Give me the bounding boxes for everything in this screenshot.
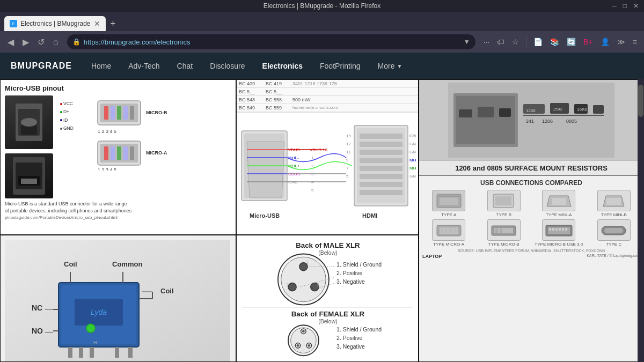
svg-text:MHL+: MHL+ <box>288 164 300 168</box>
scrollbar[interactable] <box>638 79 644 362</box>
menu-button[interactable]: ≡ <box>630 35 640 48</box>
svg-text:2: 2 <box>286 282 289 287</box>
home-button[interactable]: ⌂ <box>50 35 62 49</box>
svg-text:1206: 1206 <box>526 108 536 113</box>
svg-text:(Below): (Below) <box>318 250 337 256</box>
nav-chat[interactable]: Chat <box>169 54 202 78</box>
new-tab-button[interactable]: + <box>106 16 121 31</box>
back-button[interactable]: ◀ <box>4 35 17 49</box>
svg-rect-94 <box>606 198 621 205</box>
smd-title: 1206 and 0805 SURFACE MOUNT RESISTORS <box>455 164 608 172</box>
forward-button[interactable]: ▶ <box>19 35 32 49</box>
svg-text:11: 11 <box>346 150 351 154</box>
svg-rect-111 <box>562 228 564 231</box>
svg-rect-19 <box>104 146 108 160</box>
pin-dplus: D+ <box>63 108 69 116</box>
svg-text:10R0: 10R0 <box>577 107 588 112</box>
svg-rect-54 <box>360 190 402 195</box>
bc-table-header: BC 409BC 4193401 1216 1736 178 <box>237 80 418 88</box>
svg-rect-90 <box>495 196 511 205</box>
site-logo[interactable]: BMUPGRADE <box>11 61 72 71</box>
svg-rect-112 <box>565 228 567 231</box>
synced-tabs-button[interactable]: 🔄 <box>564 35 579 48</box>
svg-text:MHL+: MHL+ <box>409 166 416 171</box>
browser-tab-active[interactable]: E Electronics | BMupgrade ✕ <box>4 16 106 31</box>
nav-more[interactable]: More ▼ <box>369 54 411 78</box>
svg-text:MHL-: MHL- <box>409 158 416 162</box>
svg-text:241: 241 <box>526 119 534 124</box>
nav-footprinting[interactable]: FootPrinting <box>311 54 369 78</box>
nav-disclosure[interactable]: Disclosure <box>201 54 253 78</box>
svg-rect-73 <box>478 107 494 117</box>
svg-text:NO: NO <box>32 327 43 335</box>
svg-text:17: 17 <box>346 142 351 146</box>
svg-point-120 <box>86 324 95 333</box>
browser-toolbar: ◀ ▶ ↺ ⌂ 🔒 https://bmupgrade.com/electron… <box>0 31 644 53</box>
scrollbar-thumb[interactable] <box>638 85 643 117</box>
svg-point-3 <box>21 118 37 127</box>
svg-text:(Below): (Below) <box>318 319 337 324</box>
nav-home[interactable]: Home <box>83 54 120 78</box>
nav-adv-tech[interactable]: Adv-Tech <box>120 54 168 78</box>
svg-text:GND: GND <box>409 142 416 146</box>
svg-rect-103 <box>495 228 498 233</box>
profile-button[interactable]: 👤 <box>598 35 612 48</box>
close-button[interactable]: ✕ <box>633 2 639 10</box>
tab-title: Electronics | BMupgrade <box>20 20 91 27</box>
svg-rect-97 <box>441 228 443 233</box>
more-dropdown-icon: ▼ <box>397 63 402 69</box>
svg-text:MHL-: MHL- <box>288 156 299 160</box>
site-navigation: BMUPGRADE Home Adv-Tech Chat Disclosure … <box>0 53 644 79</box>
svg-text:0805: 0805 <box>566 119 577 124</box>
svg-text:H: H <box>93 340 97 345</box>
svg-text:MICRO-A: MICRO-A <box>146 150 167 156</box>
svg-text:3. Negative: 3. Negative <box>336 279 365 285</box>
microusb-pinout-cell: Micro-USB pinout <box>0 79 236 235</box>
svg-text:Common: Common <box>112 260 142 268</box>
svg-text:7: 7 <box>346 166 349 171</box>
svg-text:1592: 1592 <box>553 107 562 112</box>
nav-electronics[interactable]: Electronics <box>254 54 311 78</box>
svg-text:3. Negative: 3. Negative <box>336 344 365 350</box>
website-content: BMUPGRADE Home Adv-Tech Chat Disclosure … <box>0 53 644 362</box>
svg-text:NC: NC <box>32 304 42 312</box>
refresh-button[interactable]: ↺ <box>34 35 48 49</box>
svg-text:2. Positive: 2. Positive <box>336 335 362 341</box>
svg-point-168 <box>308 344 310 347</box>
pocket-button[interactable]: 🏷 <box>494 35 507 48</box>
divider <box>526 36 526 47</box>
svg-text:5: 5 <box>346 174 349 179</box>
svg-rect-53 <box>360 182 402 187</box>
maximize-button[interactable]: □ <box>623 2 627 10</box>
svg-point-166 <box>302 330 305 333</box>
svg-text:1206: 1206 <box>542 119 553 124</box>
cell1-title: Micro-USB pinout <box>5 84 231 92</box>
tab-favicon: E <box>10 20 17 27</box>
svg-rect-100 <box>453 228 456 233</box>
reader-view-button[interactable]: 📄 <box>531 35 545 48</box>
browser-title: Electronics | BMupgrade - Mozilla Firefo… <box>264 2 381 10</box>
bookmark-button[interactable]: ☆ <box>509 35 522 48</box>
extensions-button[interactable]: ≫ <box>614 35 628 48</box>
xlr-cell: Back of MALE XLR (Below) 1 2 3 1. Shield… <box>236 235 419 362</box>
svg-rect-125 <box>128 347 133 358</box>
svg-text:Back of FEMALE XLR: Back of FEMALE XLR <box>291 310 364 318</box>
usb-credit: SOURCE: USB IMPLEMENTERS FORUM, WIKIMEDI… <box>422 249 640 253</box>
svg-rect-123 <box>90 347 94 358</box>
pin-gnd: GND <box>63 124 74 132</box>
sidebar-button[interactable]: 📚 <box>547 35 562 48</box>
svg-text:Micro-USB: Micro-USB <box>250 212 280 219</box>
svg-rect-10 <box>104 106 108 120</box>
svg-rect-14 <box>130 106 134 120</box>
svg-text:HDMI: HDMI <box>362 212 377 219</box>
container-button[interactable]: B+ <box>581 35 596 48</box>
address-bar[interactable]: 🔒 https://bmupgrade.com/electronics ▼ <box>67 34 475 49</box>
svg-rect-11 <box>111 106 115 120</box>
url-dropdown-icon[interactable]: ▼ <box>464 38 470 46</box>
svg-rect-48 <box>360 142 402 147</box>
minimize-button[interactable]: ─ <box>612 2 617 10</box>
overflow-button[interactable]: ··· <box>481 35 493 48</box>
tab-close-button[interactable]: ✕ <box>94 19 100 28</box>
svg-rect-87 <box>440 197 458 205</box>
svg-rect-104 <box>500 228 502 233</box>
